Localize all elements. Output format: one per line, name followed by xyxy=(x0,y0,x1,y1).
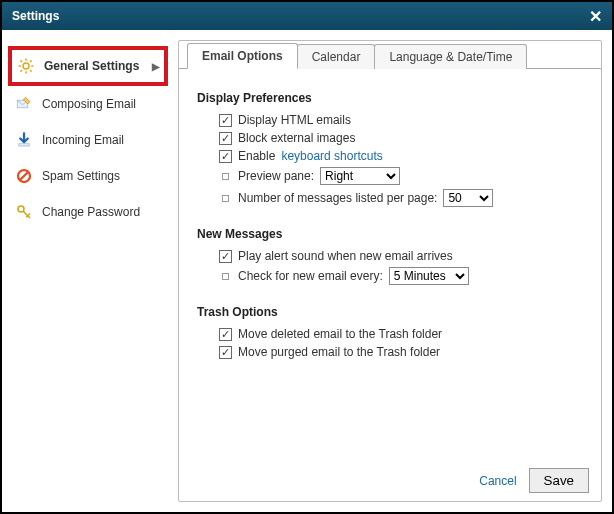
row-move-deleted: ✓ Move deleted email to the Trash folder xyxy=(197,325,583,343)
label-html-emails: Display HTML emails xyxy=(238,113,351,127)
svg-point-0 xyxy=(23,63,29,69)
checkbox-block-images[interactable]: ✓ xyxy=(219,132,232,145)
svg-rect-10 xyxy=(19,144,30,146)
checkbox-enable-shortcuts[interactable]: ✓ xyxy=(219,150,232,163)
chevron-right-icon: ▶ xyxy=(152,61,160,72)
label-move-purged: Move purged email to the Trash folder xyxy=(238,345,440,359)
sidebar-item-label: Change Password xyxy=(42,205,140,219)
svg-line-5 xyxy=(20,60,22,62)
footer: Cancel Save xyxy=(179,460,601,501)
window-body: General Settings ▶ Composing Email Incom… xyxy=(2,30,612,512)
section-display-title: Display Preferences xyxy=(197,91,583,105)
checkbox-play-alert[interactable]: ✓ xyxy=(219,250,232,263)
section-trash-title: Trash Options xyxy=(197,305,583,319)
label-play-alert: Play alert sound when new email arrives xyxy=(238,249,453,263)
gear-icon xyxy=(16,56,36,76)
sidebar-item-general[interactable]: General Settings ▶ xyxy=(8,46,168,86)
block-icon xyxy=(14,166,34,186)
link-keyboard-shortcuts[interactable]: keyboard shortcuts xyxy=(281,149,382,163)
sidebar: General Settings ▶ Composing Email Incom… xyxy=(8,40,168,502)
tab-panel: Display Preferences ✓ Display HTML email… xyxy=(179,69,601,460)
cancel-button[interactable]: Cancel xyxy=(479,474,516,488)
label-preview-pane: Preview pane: xyxy=(238,169,314,183)
titlebar: Settings ✕ xyxy=(2,2,612,30)
svg-line-12 xyxy=(20,172,29,181)
svg-line-6 xyxy=(30,70,32,72)
label-per-page: Number of messages listed per page: xyxy=(238,191,437,205)
tab-email-options[interactable]: Email Options xyxy=(187,43,298,69)
select-preview-pane[interactable]: Right xyxy=(320,167,400,185)
row-preview-pane: Preview pane: Right xyxy=(197,165,583,187)
window-title: Settings xyxy=(12,9,59,23)
close-icon[interactable]: ✕ xyxy=(589,7,602,26)
bullet-icon xyxy=(222,195,229,202)
label-move-deleted: Move deleted email to the Trash folder xyxy=(238,327,442,341)
row-enable-shortcuts: ✓ Enable keyboard shortcuts xyxy=(197,147,583,165)
sidebar-item-incoming[interactable]: Incoming Email xyxy=(8,122,168,158)
tabs: Email Options Calendar Language & Date/T… xyxy=(179,40,601,68)
label-block-images: Block external images xyxy=(238,131,355,145)
row-messages-per-page: Number of messages listed per page: 50 xyxy=(197,187,583,209)
sidebar-item-label: General Settings xyxy=(44,59,139,73)
sidebar-item-composing[interactable]: Composing Email xyxy=(8,86,168,122)
select-check-interval[interactable]: 5 Minutes xyxy=(389,267,469,285)
tab-language-datetime[interactable]: Language & Date/Time xyxy=(374,44,527,69)
settings-window: Settings ✕ General Settings ▶ Composing … xyxy=(0,0,614,514)
content-panel: Email Options Calendar Language & Date/T… xyxy=(178,40,602,502)
sidebar-item-spam[interactable]: Spam Settings xyxy=(8,158,168,194)
tab-calendar[interactable]: Calendar xyxy=(297,44,376,69)
save-button[interactable]: Save xyxy=(529,468,589,493)
row-html-emails: ✓ Display HTML emails xyxy=(197,111,583,129)
checkbox-move-purged[interactable]: ✓ xyxy=(219,346,232,359)
sidebar-item-password[interactable]: Change Password xyxy=(8,194,168,230)
svg-line-8 xyxy=(30,60,32,62)
label-enable-prefix: Enable xyxy=(238,149,275,163)
label-check-interval: Check for new email every: xyxy=(238,269,383,283)
bullet-icon xyxy=(222,173,229,180)
select-per-page[interactable]: 50 xyxy=(443,189,493,207)
sidebar-item-label: Spam Settings xyxy=(42,169,120,183)
row-check-interval: Check for new email every: 5 Minutes xyxy=(197,265,583,287)
sidebar-item-label: Incoming Email xyxy=(42,133,124,147)
compose-icon xyxy=(14,94,34,114)
checkbox-move-deleted[interactable]: ✓ xyxy=(219,328,232,341)
svg-line-7 xyxy=(20,70,22,72)
bullet-icon xyxy=(222,273,229,280)
section-new-messages-title: New Messages xyxy=(197,227,583,241)
checkbox-html-emails[interactable]: ✓ xyxy=(219,114,232,127)
download-icon xyxy=(14,130,34,150)
key-icon xyxy=(14,202,34,222)
svg-point-13 xyxy=(18,206,24,212)
row-move-purged: ✓ Move purged email to the Trash folder xyxy=(197,343,583,361)
sidebar-item-label: Composing Email xyxy=(42,97,136,111)
row-play-alert: ✓ Play alert sound when new email arrive… xyxy=(197,247,583,265)
row-block-images: ✓ Block external images xyxy=(197,129,583,147)
